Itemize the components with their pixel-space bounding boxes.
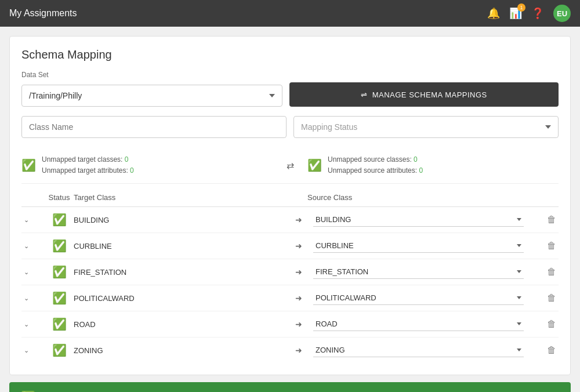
source-class-select[interactable]: BUILDING [313,213,524,227]
unmapped-source-classes-value[interactable]: 0 [414,155,418,164]
target-class-name: ROAD [74,320,96,329]
row-status-icon: ✅ [45,213,74,227]
expand-row-button[interactable]: ⌄ [21,292,31,304]
source-class-select[interactable]: ROAD [313,317,524,331]
col-status-header: Status [45,193,74,202]
mapping-arrow-icon: ➜ [284,241,313,251]
target-class-name: BUILDING [74,216,109,224]
unmapped-source-classes-label: Unmapped source classes: [328,155,414,164]
expand-row-button[interactable]: ⌄ [21,318,31,331]
mapping-arrow-icon: ➜ [284,320,313,329]
summary-row: ✅ Unmapped target classes: 0 Unmapped ta… [21,147,559,184]
delete-row-button[interactable]: 🗑 [545,213,559,226]
table-body: ⌄ ✅ BUILDING ➜ BUILDING 🗑 ⌄ [21,207,559,363]
unmapped-target-classes-label: Unmapped target classes: [42,155,125,164]
schema-mapping-card: Schema Mapping Data Set /Training/Philly… [9,36,571,375]
source-check-icon: ✅ [307,158,322,172]
unmapped-source-attrs-value[interactable]: 0 [419,166,423,175]
class-name-input[interactable] [21,116,287,138]
mapping-arrow-icon: ➜ [284,267,313,277]
row-status-icon: ✅ [45,291,74,305]
mapping-arrow-icon: ➜ [284,215,313,224]
help-icon[interactable]: ❓ [531,7,544,20]
swap-arrows-icon: ⇄ [287,160,294,171]
target-check-icon: ✅ [21,158,36,172]
col-target-header: Target Class [74,193,278,202]
unmapped-target-attrs-value[interactable]: 0 [130,166,134,175]
source-class-select[interactable]: ZONING [313,343,524,357]
delete-row-button[interactable]: 🗑 [545,292,559,304]
unmapped-target-attrs-label: Unmapped target attributes: [42,166,130,175]
table-row: ⌄ ✅ BUILDING ➜ BUILDING 🗑 [21,207,559,233]
header-icons: 🔔 📊 1 ❓ EU [487,5,571,22]
row-status-icon: ✅ [45,265,74,279]
summary-source-text: Unmapped source classes: 0 Unmapped sour… [328,154,423,176]
target-class-name: ZONING [74,346,103,355]
expand-row-button[interactable]: ⌄ [21,240,31,252]
dataset-label: Data Set [21,71,559,79]
mapping-arrow-icon: ➜ [284,293,313,303]
dataset-section: Data Set /Training/Philly ⇌ MANAGE SCHEM… [21,71,559,107]
unmapped-source-attrs-label: Unmapped source attributes: [328,166,419,175]
table-header: Status Target Class Source Class [21,188,559,207]
delete-row-button[interactable]: 🗑 [545,318,559,331]
table-row: ⌄ ✅ FIRE_STATION ➜ FIRE_STATION 🗑 [21,259,559,285]
top-row: /Training/Philly ⇌ MANAGE SCHEMA MAPPING… [21,82,559,107]
col-source-header: Source Class [307,193,512,202]
notification-badge: 1 [517,3,525,12]
source-class-select[interactable]: FIRE_STATION [313,265,524,279]
row-status-icon: ✅ [45,239,74,253]
delete-row-button[interactable]: 🗑 [545,239,559,252]
mapping-status-select[interactable]: Mapping Status [293,116,559,138]
summary-right: ✅ Unmapped source classes: 0 Unmapped so… [307,154,559,176]
row-status-icon: ✅ [45,343,74,357]
delete-row-button[interactable]: 🗑 [545,266,559,278]
target-class-name: CURBLINE [74,242,112,251]
filter-row: Mapping Status [21,116,559,138]
table-row: ⌄ ✅ CURBLINE ➜ CURBLINE 🗑 [21,233,559,259]
delete-row-button[interactable]: 🗑 [545,344,559,357]
summary-target-text: Unmapped target classes: 0 Unmapped targ… [42,154,134,176]
analytics-icon[interactable]: 📊 1 [509,7,522,20]
user-avatar[interactable]: EU [553,5,571,22]
unmapped-target-classes-value[interactable]: 0 [125,155,129,164]
table-row: ⌄ ✅ ROAD ➜ ROAD 🗑 [21,311,559,337]
source-class-select[interactable]: POLITICALWARD [313,291,524,305]
expand-row-button[interactable]: ⌄ [21,266,31,278]
manage-icon: ⇌ [361,90,368,99]
page-title: Schema Mapping [21,48,559,61]
source-mapped-banner: ✅All source classes and attributes mappe… [9,382,571,392]
mapping-arrow-icon: ➜ [284,346,313,355]
expand-row-button[interactable]: ⌄ [21,344,31,357]
source-class-select[interactable]: CURBLINE [313,239,524,253]
banners-container: ✅All source classes and attributes mappe… [9,382,571,392]
app-title: My Assignments [9,8,77,19]
notification-icon[interactable]: 🔔 [487,7,500,20]
target-class-name: POLITICALWARD [74,294,135,303]
dataset-select[interactable]: /Training/Philly [21,85,282,107]
table-row: ⌄ ✅ ZONING ➜ ZONING 🗑 [21,337,559,363]
app-header: My Assignments 🔔 📊 1 ❓ EU [0,0,580,27]
main-content: Schema Mapping Data Set /Training/Philly… [0,27,580,392]
table-row: ⌄ ✅ POLITICALWARD ➜ POLITICALWARD 🗑 [21,285,559,311]
row-status-icon: ✅ [45,317,74,331]
target-class-name: FIRE_STATION [74,268,126,277]
summary-center: ⇄ [273,160,307,171]
manage-label: MANAGE SCHEMA MAPPINGS [372,90,487,99]
manage-schema-button[interactable]: ⇌ MANAGE SCHEMA MAPPINGS [289,82,559,107]
summary-left: ✅ Unmapped target classes: 0 Unmapped ta… [21,154,273,176]
expand-row-button[interactable]: ⌄ [21,214,31,226]
